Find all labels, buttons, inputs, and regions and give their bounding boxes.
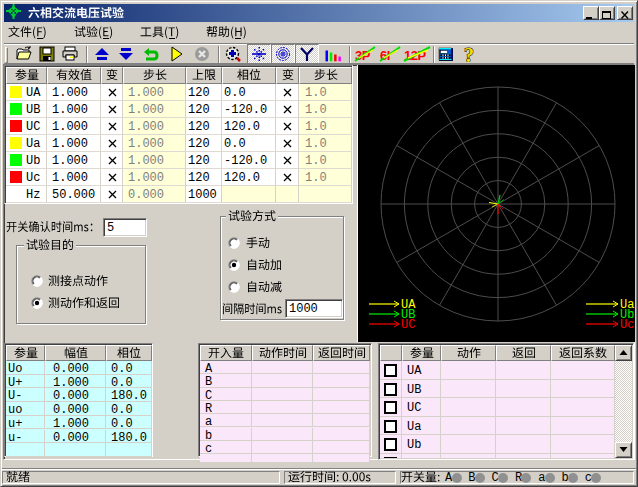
svg-text:UC: UC	[401, 318, 415, 332]
svg-text:Uc: Uc	[620, 318, 634, 332]
svg-text:?: ?	[464, 46, 474, 62]
